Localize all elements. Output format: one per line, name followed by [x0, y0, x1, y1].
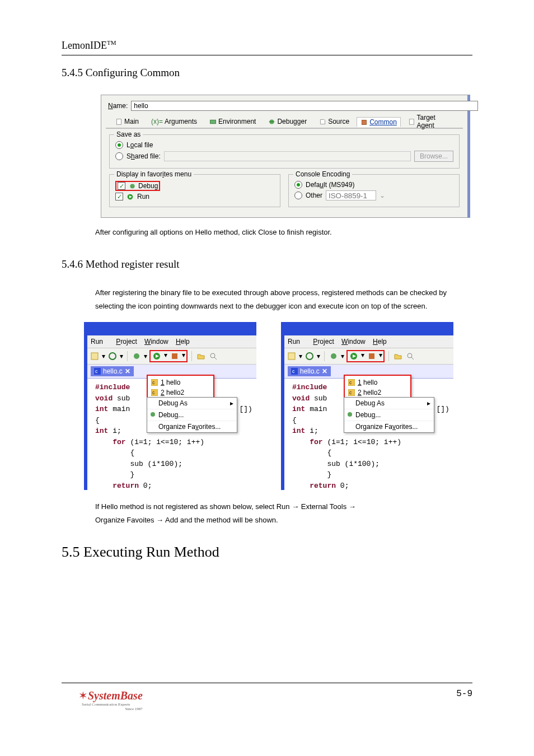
run-icon[interactable] — [349, 351, 359, 361]
dialog-frame: Name: Main (x)= Arguments Environment De… — [101, 95, 470, 218]
heading-546: 5.4.6 Method register result — [62, 258, 472, 270]
svg-line-16 — [214, 357, 217, 360]
svg-point-6 — [130, 184, 134, 188]
local-file-radio[interactable] — [115, 141, 123, 149]
common-icon — [360, 119, 368, 126]
ctx-debug[interactable]: Debug... — [147, 409, 237, 421]
fav-run-checkbox[interactable]: ✓ — [115, 193, 123, 200]
close-icon[interactable]: ✕ — [322, 367, 327, 375]
svg-rect-29 — [369, 353, 374, 359]
footer-rule — [62, 683, 472, 683]
encoding-title: Console Encoding — [293, 170, 352, 178]
svg-point-15 — [210, 353, 215, 358]
page-icon — [408, 118, 415, 125]
c-file-icon: c — [291, 368, 298, 375]
tab-target-agent[interactable]: Target Agent — [403, 112, 458, 131]
debug-icon[interactable] — [132, 351, 142, 361]
page-number: 5-9 — [456, 689, 472, 699]
paragraph-note: If Hello method is not registered as sho… — [95, 500, 472, 527]
enc-default-radio[interactable] — [294, 181, 302, 189]
favorites-group: Display in favorites menu ✓ Debug ✓ Run — [109, 174, 280, 207]
build-icon[interactable] — [287, 351, 297, 361]
dropdown-item-1hello[interactable]: c1 hello — [348, 377, 407, 388]
target-icon[interactable] — [107, 351, 118, 361]
heading-55: 5.5 Executing Run Method — [62, 544, 472, 561]
run-icon[interactable] — [152, 351, 162, 361]
search-icon[interactable] — [405, 351, 415, 361]
c-file-icon: c — [348, 379, 355, 386]
target-icon[interactable] — [305, 351, 315, 361]
svg-rect-14 — [172, 353, 177, 359]
menu-run[interactable]: Run — [288, 338, 306, 346]
editor-tab-hello[interactable]: c hello.c ✕ — [91, 366, 134, 376]
c-file-icon: c — [151, 389, 158, 396]
paragraph-546: After registering the binary file to be … — [95, 286, 472, 313]
svg-text:c: c — [349, 390, 352, 395]
bug-icon — [149, 411, 156, 418]
ide-screenshot-left: Run Project Window Help ▾ ▾ ▾ ▾ ▾ — [84, 322, 256, 490]
svg-point-23 — [151, 412, 155, 417]
svg-point-10 — [109, 353, 116, 360]
menu-window[interactable]: Window — [341, 338, 366, 346]
menu-run[interactable]: Run — [91, 338, 109, 346]
saveas-title: Save as — [114, 130, 143, 138]
menu-help[interactable]: Help — [176, 338, 190, 346]
enc-default-label: Default (MS949) — [306, 181, 354, 189]
menubar: Run Project Window Help — [284, 335, 453, 348]
paragraph-545: After configuring all options on Hello m… — [95, 226, 472, 239]
svg-point-11 — [134, 353, 139, 359]
dropdown-item-2hello2[interactable]: c2 hello2 — [348, 388, 407, 398]
tab-common[interactable]: Common — [357, 117, 401, 127]
ctx-organize-favorites[interactable]: Organize Favorites... — [344, 421, 434, 432]
ext-tools-icon[interactable] — [170, 351, 180, 361]
svg-point-26 — [331, 353, 336, 359]
document-brand: LemonIDETM — [62, 39, 472, 52]
context-menu: Debug As▸ Debug... Organize Favorites... — [147, 397, 237, 433]
tabs-row: Main (x)= Arguments Environment Debugger… — [106, 115, 463, 129]
dropdown-item-1hello[interactable]: c1 hello — [151, 377, 210, 388]
saveas-group: Save as Local file Shared file: Browse..… — [109, 134, 460, 169]
name-label: Name: — [108, 102, 128, 110]
fav-debug-checkbox[interactable]: ✓ — [118, 182, 125, 190]
bug-icon — [346, 411, 353, 418]
tab-source[interactable]: Source — [314, 116, 354, 127]
ctx-debug-as[interactable]: Debug As▸ — [344, 398, 434, 409]
tab-arguments[interactable]: (x)= Arguments — [146, 116, 202, 127]
search-icon[interactable] — [208, 351, 218, 361]
svg-rect-1 — [210, 120, 216, 124]
ctx-debug[interactable]: Debug... — [344, 409, 434, 421]
ext-tools-icon[interactable] — [367, 351, 377, 361]
tab-debugger[interactable]: Debugger — [263, 116, 312, 127]
folder-icon[interactable] — [196, 351, 206, 361]
svg-text:c: c — [152, 380, 155, 385]
c-file-icon: c — [348, 389, 355, 396]
tab-main[interactable]: Main — [110, 116, 144, 127]
enc-other-label: Other — [306, 192, 322, 199]
fav-debug-label: Debug — [138, 182, 158, 190]
shared-file-radio[interactable] — [115, 152, 123, 160]
name-input[interactable] — [131, 101, 478, 111]
ctx-debug-as[interactable]: Debug As▸ — [147, 398, 237, 409]
dropdown-item-2hello2[interactable]: c2 hello2 — [151, 388, 210, 398]
menu-project[interactable]: Project — [116, 338, 137, 346]
bug-icon — [129, 183, 136, 190]
menu-help[interactable]: Help — [373, 338, 387, 346]
folder-icon[interactable] — [393, 351, 403, 361]
build-icon[interactable] — [90, 351, 100, 361]
svg-rect-24 — [288, 353, 295, 360]
tab-environment[interactable]: Environment — [204, 116, 261, 127]
combo-chevron-icon: ⌄ — [380, 192, 385, 199]
args-icon: (x)= — [151, 118, 163, 125]
svg-rect-5 — [409, 119, 414, 124]
env-icon — [209, 118, 217, 125]
c-file-icon: c — [151, 379, 158, 386]
menu-project[interactable]: Project — [313, 338, 334, 346]
editor-tab-hello[interactable]: c hello.c ✕ — [288, 366, 331, 376]
enc-other-radio[interactable] — [294, 192, 302, 199]
close-icon[interactable]: ✕ — [125, 367, 130, 375]
debug-icon[interactable] — [329, 351, 339, 361]
ide-screenshot-right: Run Project Window Help ▾ ▾ ▾ ▾ ▾ — [281, 322, 453, 490]
ctx-organize-favorites[interactable]: Organize Favorites... — [147, 421, 237, 432]
svg-text:c: c — [152, 390, 155, 395]
menu-window[interactable]: Window — [144, 338, 168, 346]
